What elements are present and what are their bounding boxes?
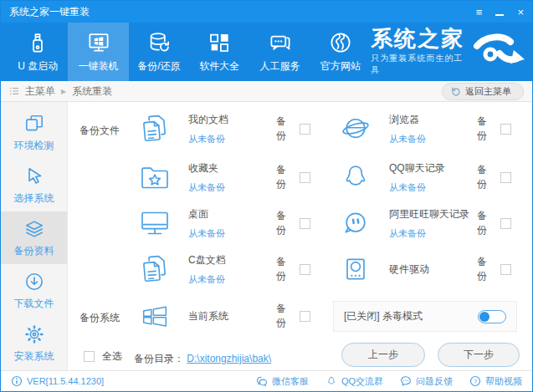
main-area: 环境检测 选择系统 备份资料 下载文件 (1, 102, 532, 370)
item-status-link[interactable]: 从未备份 (188, 181, 225, 194)
hardware-driver-icon (339, 252, 372, 286)
item-name: QQ聊天记录 (389, 161, 445, 176)
sidebar-item-label: 安装系统 (14, 349, 54, 364)
sidebar-item-env-check[interactable]: 环境检测 (1, 106, 67, 159)
download-file-icon (23, 271, 45, 293)
toggle-knob (479, 312, 489, 322)
info-icon (11, 375, 23, 387)
brand-swoosh-icon (472, 33, 525, 71)
wangwang-icon (339, 206, 372, 240)
select-all-checkbox[interactable] (84, 351, 95, 362)
item-name: 阿里旺旺聊天记录 (389, 207, 469, 221)
item-status-link[interactable]: 从未备份 (188, 273, 226, 286)
env-check-icon (23, 113, 45, 135)
support-icon (268, 30, 293, 55)
backup-control: 备份 (477, 255, 511, 283)
backup-dir-label: 备份目录： (134, 353, 184, 364)
minimize-icon[interactable] (495, 7, 504, 18)
item-name: 浏览器 (389, 113, 426, 127)
backup-checkbox[interactable] (300, 264, 310, 275)
item-status-link[interactable]: 从未备份 (188, 133, 228, 145)
row-text: 当前系统 (188, 309, 228, 323)
select-all-control: 全选 (84, 349, 122, 364)
sidebar-item-label: 备份资料 (14, 244, 54, 258)
wechat-support-link[interactable]: 微信客服 (256, 375, 309, 388)
list-icon (9, 86, 19, 96)
backup-label: 备份 (276, 255, 294, 283)
backup-checkbox[interactable] (300, 311, 310, 322)
feedback-link[interactable]: 问题反馈 (400, 375, 453, 388)
backup-checkbox[interactable] (500, 124, 511, 135)
nav-item-label: U 盘启动 (18, 59, 58, 74)
pc-install-icon (86, 30, 111, 55)
sidebar-item-download-file[interactable]: 下载文件 (1, 264, 67, 317)
backup-dir: 备份目录： D:\xitongzhijia\bak\ (134, 352, 271, 366)
app-window: 系统之家一键重装 ≡ × U 盘启动 一键装机 备份/还原 (0, 0, 533, 392)
item-status-link[interactable]: 从未备份 (188, 227, 225, 240)
usb-drive-icon (25, 30, 50, 55)
next-step-button[interactable]: 下一步 (438, 343, 520, 367)
backup-files-label: 备份文件 (79, 124, 120, 138)
backup-checkbox[interactable] (500, 172, 511, 183)
my-documents-icon (138, 112, 172, 145)
antivirus-toggle[interactable] (478, 310, 506, 323)
qq-icon (339, 160, 372, 194)
software-icon (207, 30, 232, 55)
sidebar: 环境检测 选择系统 备份资料 下载文件 (1, 102, 68, 370)
nav-item-usb-boot[interactable]: U 盘启动 (8, 23, 68, 81)
row-text: 硬件驱动 (389, 262, 429, 277)
help-video-link[interactable]: ? 帮助视频 (469, 375, 522, 388)
nav-item-software[interactable]: 软件大全 (189, 23, 249, 81)
c-drive-docs-icon (138, 252, 172, 286)
select-system-icon (23, 165, 45, 187)
windows-icon (138, 299, 172, 333)
item-name: 硬件驱动 (389, 262, 429, 277)
previous-step-button[interactable]: 上一步 (341, 343, 425, 367)
backup-dir-link[interactable]: D:\xitongzhijia\bak\ (187, 353, 271, 364)
nav-item-backup-restore[interactable]: 备份/还原 (129, 23, 189, 81)
sidebar-item-install-system[interactable]: 安装系统 (1, 317, 67, 369)
qq-group-link[interactable]: QQ交流群 (325, 375, 383, 388)
backup-label: 备份 (276, 209, 294, 237)
menu-icon[interactable]: ≡ (476, 7, 483, 18)
install-system-icon (23, 323, 45, 345)
breadcrumb-arrow-icon: ▶ (61, 88, 66, 95)
brand-text: 系统之家 只为重装系统而生的工具 (371, 28, 469, 76)
item-status-link[interactable]: 从未备份 (389, 133, 426, 145)
window-title: 系统之家一键重装 (9, 5, 90, 19)
backup-item-favorites: 收藏夹 从未备份 备份 (138, 155, 310, 199)
close-icon[interactable]: × (517, 7, 524, 18)
backup-checkbox[interactable] (300, 218, 310, 229)
sidebar-item-backup-data[interactable]: 备份资料 (1, 211, 67, 264)
backup-label: 备份 (477, 255, 495, 283)
backup-checkbox[interactable] (500, 264, 511, 275)
backup-checkbox[interactable] (500, 218, 511, 229)
backup-checkbox[interactable] (300, 124, 310, 135)
backup-control: 备份 (276, 302, 310, 330)
row-text: 我的文档 从未备份 (188, 113, 228, 145)
backup-item-hardware-driver: 硬件驱动 备份 (339, 247, 511, 291)
nav-item-support[interactable]: 人工服务 (249, 23, 310, 81)
backup-label: 备份 (276, 163, 294, 191)
item-status-link[interactable]: 从未备份 (389, 227, 469, 240)
backup-control: 备份 (276, 209, 310, 237)
backup-item-browser: 浏览器 从未备份 备份 (339, 107, 511, 150)
item-status-link[interactable]: 从未备份 (389, 181, 445, 194)
sidebar-item-select-system[interactable]: 选择系统 (1, 159, 67, 211)
help-video-icon: ? (469, 375, 481, 387)
nav-item-one-key-install[interactable]: 一键装机 (68, 23, 128, 81)
backup-content: 备份文件 备份系统 我的文档 从未备份 备份 (68, 102, 532, 370)
feedback-icon (400, 375, 412, 387)
titlebar: 系统之家一键重装 ≡ × (1, 1, 532, 23)
row-text: 浏览器 从未备份 (389, 113, 426, 145)
row-text: C盘文档 从未备份 (188, 253, 226, 286)
nav-item-label: 备份/还原 (137, 59, 180, 74)
nav-item-website[interactable]: 官方网站 (310, 23, 371, 81)
backup-item-wangwang-chat: 阿里旺旺聊天记录 从未备份 备份 (339, 201, 511, 245)
backup-checkbox[interactable] (300, 172, 310, 183)
return-main-menu-button[interactable]: 返回主菜单 (442, 83, 524, 100)
backup-item-my-documents: 我的文档 从未备份 备份 (138, 107, 310, 150)
backup-control: 备份 (477, 163, 511, 191)
breadcrumb-root[interactable]: 主菜单 (25, 84, 55, 99)
qq-group-icon (325, 375, 337, 387)
